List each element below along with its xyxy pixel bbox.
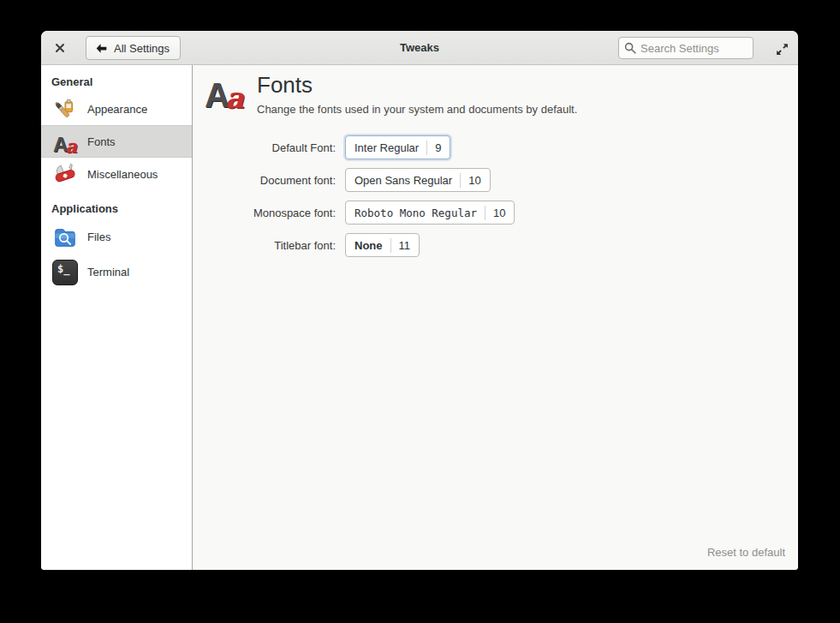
- fonts-form: Default Font: Inter Regular 9 Document f…: [193, 131, 798, 261]
- default-font-label: Default Font:: [193, 141, 336, 154]
- font-name: Open Sans Regular: [354, 174, 452, 187]
- page-subtitle: Change the fonts used in your system and…: [257, 103, 577, 116]
- titlebar-font-label: Titlebar font:: [193, 239, 336, 252]
- font-size: 9: [435, 141, 441, 154]
- sidebar-item-files[interactable]: Files: [41, 219, 192, 255]
- all-settings-button[interactable]: All Settings: [86, 36, 181, 60]
- expand-button[interactable]: [772, 39, 791, 58]
- sidebar-item-label: Terminal: [87, 266, 129, 279]
- document-font-row: Document font: Open Sans Regular 10: [193, 164, 798, 196]
- font-size-separator: [390, 238, 391, 253]
- fonts-panel: A a Fonts Change the fonts used in your …: [193, 65, 798, 570]
- window-title: Tweaks: [400, 41, 439, 54]
- titlebar: All Settings Tweaks: [41, 31, 798, 65]
- sidebar-item-label: Files: [87, 231, 110, 243]
- fonts-icon-glyph-a: a: [65, 137, 77, 155]
- monospace-font-button[interactable]: Roboto Mono Regular 10: [345, 201, 515, 225]
- sidebar-item-appearance[interactable]: Appearance: [41, 93, 192, 125]
- titlebar-font-row: Titlebar font: None 11: [193, 229, 798, 261]
- titlebar-font-button[interactable]: None 11: [345, 233, 420, 257]
- sidebar-section-general: General: [41, 70, 192, 93]
- search-input[interactable]: [640, 42, 748, 55]
- miscellaneous-icon: [51, 160, 79, 188]
- tweaks-window: All Settings Tweaks Genera: [41, 31, 798, 570]
- document-font-label: Document font:: [193, 174, 336, 187]
- sidebar-item-fonts[interactable]: A a Fonts: [41, 125, 192, 158]
- search-field[interactable]: [618, 37, 754, 59]
- font-name: Roboto Mono Regular: [354, 207, 477, 219]
- close-icon: [55, 43, 65, 53]
- document-font-button[interactable]: Open Sans Regular 10: [345, 168, 491, 192]
- fonts-page-icon-glyph-a: a: [225, 83, 244, 112]
- back-arrow-icon: [95, 42, 108, 55]
- font-size-separator: [485, 206, 486, 220]
- font-name: None: [354, 239, 383, 252]
- default-font-row: Default Font: Inter Regular 9: [193, 131, 798, 164]
- appearance-icon: [51, 95, 79, 123]
- page-title: Fonts: [257, 72, 313, 99]
- reset-to-default-button[interactable]: Reset to default: [707, 546, 785, 559]
- font-name: Inter Regular: [354, 141, 419, 154]
- font-size: 10: [468, 174, 480, 187]
- sidebar-item-miscellaneous[interactable]: Miscellaneous: [41, 158, 192, 190]
- all-settings-label: All Settings: [114, 42, 170, 55]
- sidebar-item-label: Fonts: [87, 135, 116, 148]
- monospace-font-label: Monospace font:: [193, 207, 336, 219]
- expand-icon: [775, 42, 789, 57]
- font-size-separator: [460, 173, 461, 188]
- sidebar-item-label: Miscellaneous: [87, 168, 158, 181]
- files-icon: [51, 224, 79, 251]
- sidebar-item-label: Appearance: [87, 103, 147, 116]
- monospace-font-row: Monospace font: Roboto Mono Regular 10: [193, 196, 798, 229]
- font-size: 11: [399, 239, 411, 252]
- default-font-button[interactable]: Inter Regular 9: [345, 135, 450, 159]
- terminal-icon-prompt: $_: [52, 260, 78, 285]
- fonts-page-icon: A a: [204, 71, 245, 112]
- sidebar-section-applications: Applications: [41, 197, 192, 219]
- fonts-icon: A a: [51, 128, 79, 155]
- terminal-icon: $_: [51, 259, 79, 286]
- window-body: General Appearance: [41, 65, 798, 570]
- sidebar-item-terminal[interactable]: $_ Terminal: [41, 255, 192, 290]
- font-size: 10: [493, 207, 505, 219]
- font-size-separator: [426, 141, 427, 155]
- sidebar: General Appearance: [41, 65, 193, 570]
- search-icon: [624, 42, 636, 54]
- close-button[interactable]: [50, 38, 70, 58]
